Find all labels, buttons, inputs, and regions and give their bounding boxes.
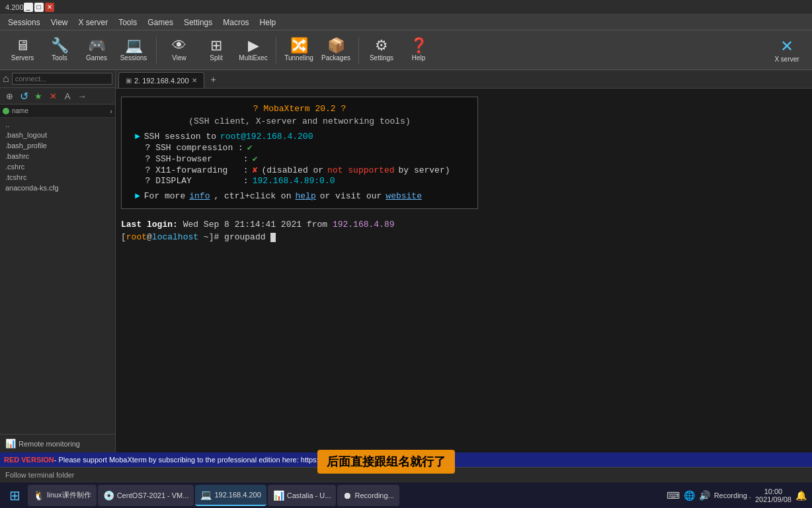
taskbar-time: 10:00 [755,487,792,495]
terminal[interactable]: ? MobaXterm 20.2 ? (SSH client, X-server… [116,89,812,452]
keyboard-icon[interactable]: ⌨ [667,490,680,501]
display-val: 192.168.4.89:0.0 [253,176,335,186]
xserver-label: X server [774,56,799,63]
main-area: ⌂ ⊕ ↺ ★ ✕ A → name › .. .bash_logout .ba… [0,70,812,452]
menu-xserver[interactable]: X server [73,17,114,28]
sidebar-close-icon[interactable]: ✕ [46,89,60,103]
website-link[interactable]: website [386,191,422,201]
sidebar-bottom: 📊 Remote monitoring [0,434,115,452]
tab-close-icon[interactable]: ✕ [192,77,197,84]
toolbar-servers[interactable]: 🖥 Servers [5,33,40,67]
servers-icon: 🖥 [15,38,30,53]
session-label-2: ? SSH compression : [135,143,243,153]
info-title-text: ? MobaXterm 20.2 ? [253,104,346,114]
toolbar-tunneling[interactable]: 🔀 Tunneling [282,33,316,67]
start-button[interactable]: ⊞ [3,484,26,507]
remote-monitoring-label: Remote monitoring [19,440,80,448]
file-item-bash-profile[interactable]: .bash_profile [0,140,115,151]
help-link[interactable]: help [295,191,315,201]
session-label-1: SSH session to [144,132,216,142]
menu-games[interactable]: Games [142,17,179,28]
file-item-bash-logout[interactable]: .bash_logout [0,130,115,140]
menu-macros[interactable]: Macros [218,17,254,28]
toolbar-settings-label: Settings [370,54,393,62]
cursor [270,233,276,242]
network-icon[interactable]: 🌐 [684,490,695,501]
file-item-bashrc[interactable]: .bashrc [0,151,115,161]
taskbar-ssh[interactable]: 💻 192.168.4.200 [195,485,266,506]
taskbar: ⊞ 🐧 linux课件制作 💿 CentOS7-2021 - VM... 💻 1… [0,482,812,508]
last-login-label: Last login: [121,220,178,230]
x11-byserver: by server) [399,165,450,175]
taskbar-centos-label: CentOS7-2021 - VM... [117,491,189,499]
toolbar: 🖥 Servers 🔧 Tools 🎮 Games 💻 Sessions 👁 V… [0,30,812,70]
taskbar-castalia[interactable]: 📊 Castalia - U... [268,485,337,506]
taskbar-castalia-label: Castalia - U... [287,491,331,499]
more-text: For more [144,191,185,201]
sidebar-expand-icon[interactable]: → [75,89,89,103]
menu-help[interactable]: Help [255,17,282,28]
chinese-tooltip-text: 后面直接跟组名就行了 [327,455,446,468]
session-row-4: ? X11-forwarding : ✘ (disabled or not su… [135,165,464,175]
toolbar-view[interactable]: 👁 View [162,33,196,67]
home-icon[interactable]: ⌂ [3,73,9,85]
notification-icon[interactable]: 🔔 [795,490,807,501]
sessions-icon: 💻 [125,38,143,53]
view-icon: 👁 [172,38,186,53]
file-item-tcshrc[interactable]: .tcshrc [0,172,115,183]
xserver-icon: ✕ [780,37,793,56]
info-link[interactable]: info [189,191,210,201]
toolbar-split[interactable]: ⊞ Split [199,33,233,67]
sidebar-star-icon[interactable]: ★ [32,89,45,103]
term-command: groupadd [224,232,270,242]
menu-tools[interactable]: Tools [113,17,142,28]
pirate-message: - Please support MobaXterm by subscribin… [54,456,319,464]
menu-sessions[interactable]: Sessions [3,17,46,28]
taskbar-centos[interactable]: 💿 CentOS7-2021 - VM... [98,485,194,506]
castalia-taskbar-icon: 📊 [273,490,284,501]
sidebar-new-icon[interactable]: ⊕ [3,89,16,103]
search-input[interactable] [12,73,112,85]
last-login-line: Last login: Wed Sep 8 21:14:41 2021 from… [121,220,807,230]
toolbar-help[interactable]: ❓ Help [401,33,436,67]
remote-monitoring-item[interactable]: 📊 Remote monitoring [3,437,112,450]
bracket-open: [ [121,232,126,242]
linux-taskbar-icon: 🐧 [33,490,44,501]
file-item-cshrc[interactable]: .cshrc [0,161,115,172]
toolbar-settings[interactable]: ⚙ Settings [364,33,399,67]
sidebar-refresh-icon[interactable]: ↺ [17,89,30,103]
xserver-button[interactable]: ✕ X server [767,33,807,67]
info-more-row: ► For more info , ctrl+click on help or … [135,191,464,201]
taskbar-linux[interactable]: 🐧 linux课件制作 [28,485,97,506]
tab-192-168-4-200[interactable]: ▣ 2. 192.168.4.200 ✕ [118,72,204,88]
taskbar-recording[interactable]: ⏺ Recording... [337,485,399,506]
tunneling-icon: 🔀 [290,38,308,53]
bracket-close-tilde: ~]# [198,232,224,242]
sidebar-toolbar: ⊕ ↺ ★ ✕ A → [0,88,115,105]
multiexec-icon: ▶ [248,38,259,53]
title-bar-title: 4.200 [5,3,24,11]
close-button[interactable]: ✕ [45,3,54,12]
recording-taskbar-icon: ⏺ [343,490,352,501]
minimize-button[interactable]: _ [24,3,33,12]
toolbar-sessions[interactable]: 💻 Sessions [116,33,151,67]
file-item-anaconda[interactable]: anaconda-ks.cfg [0,183,115,193]
menu-bar: Sessions View X server Tools Games Setti… [0,15,812,30]
toolbar-packages[interactable]: 📦 Packages [319,33,353,67]
toolbar-tools[interactable]: 🔧 Tools [42,33,77,67]
toolbar-games-label: Games [86,54,107,62]
settings-icon: ⚙ [375,38,388,53]
toolbar-multiexec[interactable]: ▶ MultiExec [236,33,270,67]
sidebar-arrow-icon[interactable]: › [110,107,112,115]
maximize-button[interactable]: □ [34,3,44,12]
sidebar-search: ⌂ [0,70,115,88]
toolbar-games[interactable]: 🎮 Games [79,33,114,67]
file-item-dotdot[interactable]: .. [0,119,115,130]
sidebar-text-icon[interactable]: A [61,89,74,103]
toolbar-servers-label: Servers [11,54,34,62]
volume-icon[interactable]: 🔊 [699,490,710,501]
menu-settings[interactable]: Settings [179,17,218,28]
ssh-compression-val: ✔ [247,142,253,153]
tab-add-button[interactable]: + [207,73,220,86]
menu-view[interactable]: View [46,17,73,28]
